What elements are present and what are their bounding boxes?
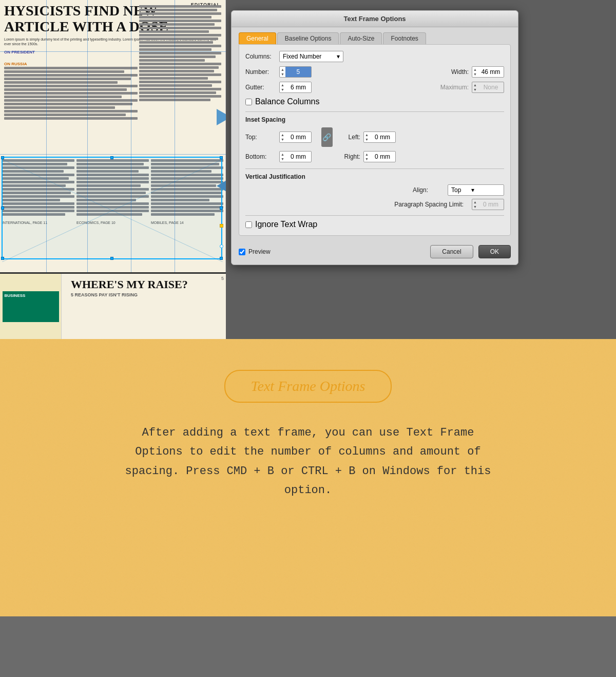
- align-label: Align:: [413, 186, 444, 194]
- inset-spacing-header: Inset Spacing: [245, 116, 504, 123]
- left-label: Left:: [342, 134, 360, 141]
- bottom-spinners[interactable]: ▲ ▼: [280, 153, 285, 161]
- maximum-down-arrow: ▼: [473, 88, 477, 92]
- gutter-input[interactable]: ▲ ▼: [279, 82, 312, 93]
- number-label: Number:: [245, 68, 276, 76]
- vj-align-row: Align: Top ▾: [245, 184, 504, 196]
- right-field[interactable]: [370, 152, 395, 162]
- vj-section: Align: Top ▾ Paragraph Spacing Limit: ▲ …: [245, 184, 504, 210]
- bottom-input[interactable]: ▲ ▼: [279, 151, 312, 162]
- gutter-up-arrow[interactable]: ▲: [281, 83, 284, 87]
- on-russia-label: ON RUSSIA: [4, 62, 27, 66]
- business-label-tag: BUSINESS: [5, 293, 26, 298]
- dialog-tabs: General Baseline Options Auto-Size Footn…: [232, 27, 518, 44]
- maximum-field: [478, 82, 504, 92]
- top-field[interactable]: [285, 132, 311, 142]
- right-up-arrow[interactable]: ▲: [365, 153, 369, 157]
- balance-columns-label: Balance Columns: [255, 97, 319, 106]
- number-width-row: Number: ▲ ▼ Width: ▲ ▼: [245, 66, 504, 78]
- left-up-arrow[interactable]: ▲: [365, 133, 369, 137]
- align-dropdown[interactable]: Top ▾: [448, 184, 504, 196]
- width-field[interactable]: [478, 67, 504, 77]
- right-spinners[interactable]: ▲ ▼: [364, 153, 370, 161]
- top-up-arrow[interactable]: ▲: [281, 133, 284, 137]
- business-subhead: 5 REASONS PAY ISN'T RISING: [67, 292, 221, 297]
- gutter-field[interactable]: [285, 82, 311, 92]
- bottom-field[interactable]: [285, 152, 311, 162]
- number-field[interactable]: [285, 67, 311, 77]
- number-spinners[interactable]: ▲ ▼: [280, 68, 285, 77]
- divider-1: [245, 111, 504, 112]
- dialog-title: Text Frame Options: [343, 15, 406, 23]
- columns-row: Columns: Fixed Number ▾: [245, 51, 504, 62]
- tab-general[interactable]: General: [239, 32, 276, 44]
- bottom-description: After adding a text frame, you can use T…: [123, 423, 493, 500]
- cancel-button[interactable]: Cancel: [430, 245, 473, 258]
- columns-value: Fixed Number: [283, 53, 321, 60]
- number-input[interactable]: ▲ ▼: [279, 66, 312, 78]
- bottom-up-arrow[interactable]: ▲: [281, 153, 284, 157]
- align-value: Top: [451, 186, 461, 194]
- tfo-badge: Text Frame Options: [224, 370, 392, 403]
- right-input[interactable]: ▲ ▼: [363, 151, 396, 162]
- gutter-label: Gutter:: [245, 84, 276, 91]
- tfo-badge-text: Text Frame Options: [251, 378, 365, 394]
- align-arrow-icon: ▾: [471, 186, 474, 194]
- business-content: WHERE'S MY RAISE? 5 REASONS PAY ISN'T RI…: [62, 274, 226, 339]
- psl-up-arrow: ▲: [473, 200, 477, 204]
- preview-checkbox[interactable]: [239, 249, 245, 255]
- left-input[interactable]: ▲ ▼: [363, 131, 396, 143]
- bottom-down-arrow[interactable]: ▼: [281, 157, 284, 161]
- dialog-body: Columns: Fixed Number ▾ Number: ▲ ▼: [239, 44, 511, 236]
- number-up-arrow[interactable]: ▲: [281, 68, 284, 72]
- canvas-area: HYSICISTS FIND NEW ARTICLE WITH A DOSE E…: [0, 0, 226, 339]
- width-input[interactable]: ▲ ▼: [472, 66, 504, 78]
- columns-arrow-icon: ▾: [337, 53, 340, 60]
- width-down-arrow[interactable]: ▼: [473, 72, 477, 77]
- ok-button[interactable]: OK: [478, 245, 511, 258]
- left-down-arrow[interactable]: ▼: [365, 138, 369, 142]
- top-down-arrow[interactable]: ▼: [281, 138, 284, 142]
- balance-columns-checkbox[interactable]: [245, 99, 252, 105]
- width-up-arrow[interactable]: ▲: [473, 68, 477, 72]
- dialog-footer: Preview Cancel OK: [232, 241, 518, 265]
- psl-spinners: ▲ ▼: [472, 200, 478, 209]
- columns-label: Columns:: [245, 53, 276, 60]
- maximum-label: Maximum:: [440, 84, 469, 91]
- right-down-arrow[interactable]: ▼: [365, 157, 369, 161]
- bottom-section: Text Frame Options After adding a text f…: [0, 339, 616, 616]
- psl-label: Paragraph Spacing Limit:: [394, 201, 464, 208]
- yellow-handle: [220, 224, 223, 228]
- divider-3: [245, 215, 504, 216]
- left-field[interactable]: [370, 132, 395, 142]
- right-column-bars: [139, 5, 221, 102]
- number-down-arrow[interactable]: ▼: [281, 72, 284, 77]
- gutter-down-arrow[interactable]: ▼: [281, 88, 284, 92]
- text-frame-options-dialog: Text Frame Options General Baseline Opti…: [231, 10, 518, 265]
- page-number: 5: [221, 276, 224, 281]
- ignore-wrap-checkbox[interactable]: [245, 221, 252, 228]
- vj-psl-row: Paragraph Spacing Limit: ▲ ▼: [245, 199, 504, 210]
- columns-dropdown[interactable]: Fixed Number ▾: [279, 51, 343, 62]
- right-arrow-indicator: [217, 109, 226, 125]
- top-input[interactable]: ▲ ▼: [279, 131, 312, 143]
- width-spinners[interactable]: ▲ ▼: [472, 68, 478, 77]
- preview-label: Preview: [248, 248, 271, 255]
- newspaper-mock: HYSICISTS FIND NEW ARTICLE WITH A DOSE E…: [0, 0, 226, 272]
- dialog-panel: Text Frame Options General Baseline Opti…: [226, 0, 616, 339]
- top-label: Top:: [245, 134, 276, 141]
- link-icon[interactable]: 🔗: [321, 127, 333, 147]
- ignore-wrap-row: Ignore Text Wrap: [245, 220, 504, 229]
- top-spinners[interactable]: ▲ ▼: [280, 133, 285, 142]
- dialog-titlebar: Text Frame Options: [232, 11, 518, 27]
- gutter-spinners[interactable]: ▲ ▼: [280, 83, 285, 92]
- tab-baseline-options[interactable]: Baseline Options: [277, 32, 339, 44]
- tab-auto-size[interactable]: Auto-Size: [340, 32, 382, 44]
- psl-input: ▲ ▼: [472, 199, 504, 210]
- left-spinners[interactable]: ▲ ▼: [364, 133, 370, 142]
- preview-check-container: Preview: [239, 248, 425, 255]
- tab-footnotes[interactable]: Footnotes: [383, 32, 426, 44]
- vertical-justification-header: Vertical Justification: [245, 173, 504, 180]
- psl-field: [478, 199, 504, 210]
- right-label: Right:: [342, 153, 360, 160]
